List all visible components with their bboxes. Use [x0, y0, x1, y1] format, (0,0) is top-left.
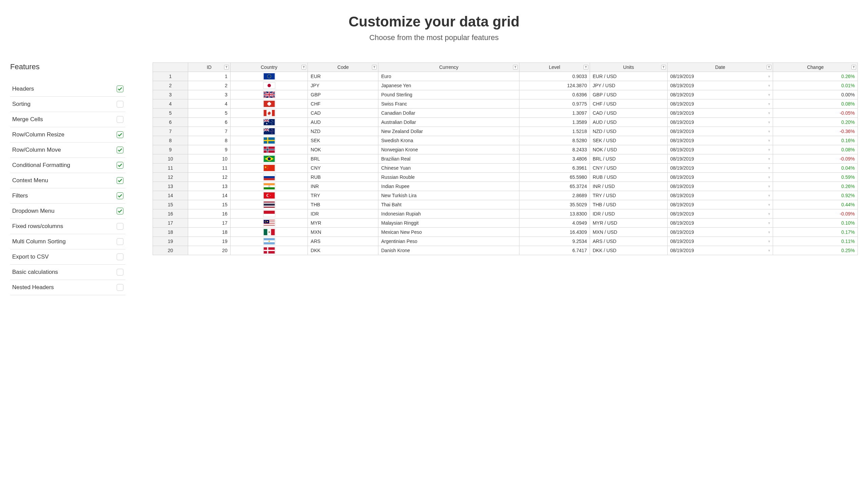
cell-change[interactable]: 0.04% — [773, 164, 858, 173]
cell-currency[interactable]: Indian Rupee — [378, 182, 519, 191]
cell-code[interactable]: INR — [308, 182, 378, 191]
cell-id[interactable]: 16 — [188, 209, 230, 219]
cell-currency[interactable]: Russian Rouble — [378, 173, 519, 182]
cell-currency[interactable]: New Turkish Lira — [378, 191, 519, 200]
row-header[interactable]: 13 — [153, 182, 188, 191]
cell-date[interactable]: 08/19/2019▼ — [667, 118, 773, 127]
cell-level[interactable]: 1.3589 — [519, 118, 590, 127]
table-row[interactable]: 22JPYJapanese Yen124.3870JPY / USD08/19/… — [153, 81, 858, 90]
cell-id[interactable]: 12 — [188, 173, 230, 182]
cell-currency[interactable]: Australian Dollar — [378, 118, 519, 127]
table-row[interactable]: 33GBPPound Sterling0.6396GBP / USD08/19/… — [153, 90, 858, 99]
column-filter-icon[interactable] — [767, 65, 771, 70]
cell-currency[interactable]: Brazilian Real — [378, 154, 519, 164]
row-header[interactable]: 20 — [153, 246, 188, 255]
cell-currency[interactable]: Indonesian Rupiah — [378, 209, 519, 219]
cell-code[interactable]: CHF — [308, 99, 378, 109]
cell-country-flag[interactable] — [230, 200, 308, 209]
cell-date[interactable]: 08/19/2019▼ — [667, 228, 773, 237]
column-filter-icon[interactable] — [661, 65, 666, 70]
cell-code[interactable]: DKK — [308, 246, 378, 255]
cell-date[interactable]: 08/19/2019▼ — [667, 109, 773, 118]
cell-date[interactable]: 08/19/2019▼ — [667, 154, 773, 164]
row-header[interactable]: 14 — [153, 191, 188, 200]
cell-country-flag[interactable] — [230, 228, 308, 237]
cell-level[interactable]: 0.9775 — [519, 99, 590, 109]
cell-country-flag[interactable] — [230, 154, 308, 164]
cell-date[interactable]: 08/19/2019▼ — [667, 237, 773, 246]
cell-units[interactable]: BRL / USD — [590, 154, 667, 164]
cell-currency[interactable]: New Zealand Dollar — [378, 127, 519, 136]
cell-currency[interactable]: Thai Baht — [378, 200, 519, 209]
cell-units[interactable]: ARS / USD — [590, 237, 667, 246]
row-header[interactable]: 5 — [153, 109, 188, 118]
cell-units[interactable]: NZD / USD — [590, 127, 667, 136]
table-row[interactable]: 1212RUBRussian Rouble65.5980RUB / USD08/… — [153, 173, 858, 182]
cell-id[interactable]: 11 — [188, 164, 230, 173]
cell-country-flag[interactable] — [230, 136, 308, 145]
cell-date[interactable]: 08/19/2019▼ — [667, 191, 773, 200]
cell-change[interactable]: 0.01% — [773, 81, 858, 90]
cell-level[interactable]: 0.9033 — [519, 72, 590, 81]
cell-currency[interactable]: Chinese Yuan — [378, 164, 519, 173]
cell-country-flag[interactable] — [230, 219, 308, 228]
cell-code[interactable]: NOK — [308, 145, 378, 154]
cell-id[interactable]: 10 — [188, 154, 230, 164]
column-header-level[interactable]: Level — [519, 63, 590, 72]
cell-units[interactable]: NOK / USD — [590, 145, 667, 154]
cell-level[interactable]: 65.5980 — [519, 173, 590, 182]
cell-id[interactable]: 13 — [188, 182, 230, 191]
cell-level[interactable]: 8.2433 — [519, 145, 590, 154]
cell-country-flag[interactable] — [230, 81, 308, 90]
cell-change[interactable]: 0.26% — [773, 72, 858, 81]
cell-code[interactable]: CNY — [308, 164, 378, 173]
table-row[interactable]: 77NZDNew Zealand Dollar1.5218NZD / USD08… — [153, 127, 858, 136]
table-row[interactable]: 11EUREuro0.9033EUR / USD08/19/2019▼0.26% — [153, 72, 858, 81]
cell-date[interactable]: 08/19/2019▼ — [667, 219, 773, 228]
cell-units[interactable]: CAD / USD — [590, 109, 667, 118]
column-filter-icon[interactable] — [513, 65, 518, 70]
table-row[interactable]: 66AUDAustralian Dollar1.3589AUD / USD08/… — [153, 118, 858, 127]
column-filter-icon[interactable] — [301, 65, 306, 70]
cell-currency[interactable]: Malaysian Ringgit — [378, 219, 519, 228]
cell-id[interactable]: 6 — [188, 118, 230, 127]
feature-toggle-merge-cells[interactable]: Merge Cells — [10, 112, 125, 127]
cell-date[interactable]: 08/19/2019▼ — [667, 136, 773, 145]
row-header[interactable]: 11 — [153, 164, 188, 173]
cell-code[interactable]: ARS — [308, 237, 378, 246]
row-header[interactable]: 16 — [153, 209, 188, 219]
cell-change[interactable]: -0.09% — [773, 209, 858, 219]
cell-code[interactable]: AUD — [308, 118, 378, 127]
table-row[interactable]: 2020DKKDanish Krone6.7417DKK / USD08/19/… — [153, 246, 858, 255]
cell-units[interactable]: RUB / USD — [590, 173, 667, 182]
cell-units[interactable]: GBP / USD — [590, 90, 667, 99]
cell-units[interactable]: JPY / USD — [590, 81, 667, 90]
cell-date[interactable]: 08/19/2019▼ — [667, 164, 773, 173]
cell-country-flag[interactable] — [230, 237, 308, 246]
cell-change[interactable]: -0.36% — [773, 127, 858, 136]
column-header-code[interactable]: Code — [308, 63, 378, 72]
row-header[interactable]: 17 — [153, 219, 188, 228]
cell-code[interactable]: CAD — [308, 109, 378, 118]
cell-country-flag[interactable] — [230, 127, 308, 136]
cell-level[interactable]: 1.5218 — [519, 127, 590, 136]
cell-currency[interactable]: Argentinian Peso — [378, 237, 519, 246]
cell-change[interactable]: 0.20% — [773, 118, 858, 127]
cell-country-flag[interactable] — [230, 209, 308, 219]
cell-units[interactable]: SEK / USD — [590, 136, 667, 145]
cell-code[interactable]: RUB — [308, 173, 378, 182]
cell-currency[interactable]: Pound Sterling — [378, 90, 519, 99]
cell-id[interactable]: 2 — [188, 81, 230, 90]
table-row[interactable]: 1111CNYChinese Yuan6.3961CNY / USD08/19/… — [153, 164, 858, 173]
cell-units[interactable]: AUD / USD — [590, 118, 667, 127]
cell-date[interactable]: 08/19/2019▼ — [667, 81, 773, 90]
table-row[interactable]: 1414TRYNew Turkish Lira2.8689TRY / USD08… — [153, 191, 858, 200]
cell-country-flag[interactable] — [230, 191, 308, 200]
cell-country-flag[interactable] — [230, 118, 308, 127]
cell-change[interactable]: 0.92% — [773, 191, 858, 200]
feature-toggle-row-column-resize[interactable]: Row/Column Resize — [10, 127, 125, 143]
cell-change[interactable]: 0.11% — [773, 237, 858, 246]
cell-units[interactable]: CNY / USD — [590, 164, 667, 173]
cell-date[interactable]: 08/19/2019▼ — [667, 145, 773, 154]
cell-country-flag[interactable] — [230, 72, 308, 81]
